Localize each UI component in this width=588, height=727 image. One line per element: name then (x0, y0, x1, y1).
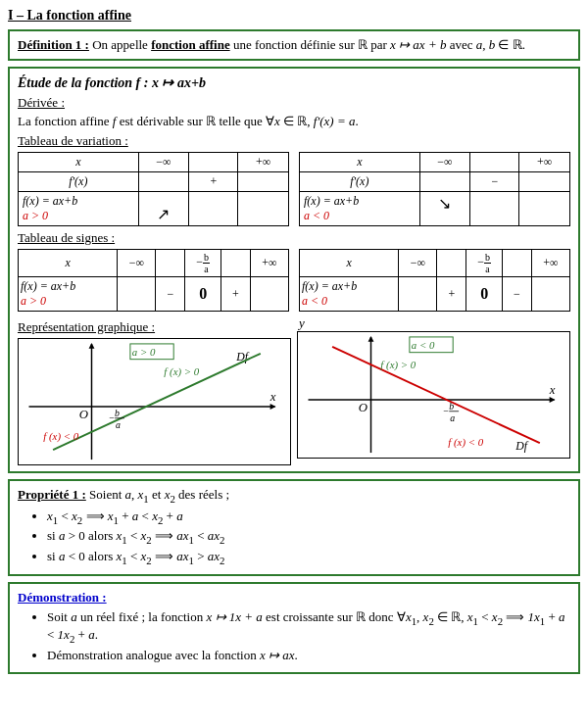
svg-text:a < 0: a < 0 (412, 339, 435, 351)
svg-line-23 (332, 347, 540, 443)
variation-table-positive: x −∞ +∞ f'(x) + f(x) = ax+b a > 0 ↗ (18, 152, 289, 226)
main-study-box: Étude de la fonction f : x ↦ ax+b Dérivé… (8, 67, 580, 473)
svg-marker-17 (368, 336, 374, 342)
svg-text:f (x) > 0: f (x) > 0 (380, 359, 416, 371)
svg-text:Df: Df (514, 439, 529, 453)
section-title: I – La fonction affine (8, 8, 580, 24)
property-item-1: x1 < x2 ⟹ x1 + a < x2 + a (47, 509, 570, 526)
sign-title: Tableau de signes : (18, 230, 570, 246)
svg-text:b: b (449, 401, 454, 412)
svg-text:a: a (116, 419, 121, 430)
sign-table-positive: x −∞ −ba +∞ f(x) = ax+b a > 0 − 0 + (18, 249, 289, 312)
svg-text:a: a (450, 412, 455, 423)
svg-text:f (x) < 0: f (x) < 0 (43, 430, 78, 443)
graph-positive: O x Df f (x) > 0 f (x) < 0 − b a (18, 338, 291, 465)
graph-section: Représentation graphique : O x Df (18, 315, 570, 465)
definition-box: Définition 1 : On appelle fonction affin… (8, 29, 580, 61)
graph-title: Représentation graphique : (18, 319, 291, 335)
svg-text:f (x) > 0: f (x) > 0 (164, 365, 199, 378)
derivative-text: La fonction affine f est dérivable sur ℝ… (18, 114, 570, 129)
svg-text:O: O (359, 401, 368, 414)
svg-text:x: x (270, 390, 276, 404)
sign-tables: x −∞ −ba +∞ f(x) = ax+b a > 0 − 0 + (18, 249, 570, 312)
property-item-3: si a < 0 alors x1 < x2 ⟹ ax1 > ax2 (47, 549, 570, 566)
demonstration-title: Démonstration : (18, 590, 570, 606)
derivative-title: Dérivée : (18, 95, 570, 111)
svg-marker-19 (550, 397, 556, 403)
definition-label: Définition 1 : (18, 37, 92, 52)
graph-positive-svg: O x Df f (x) > 0 f (x) < 0 − b a (19, 339, 290, 464)
derivative-section: Dérivée : La fonction affine f est dériv… (18, 95, 570, 129)
definition-text: On appelle fonction affine une fonction … (92, 37, 525, 52)
svg-text:a > 0: a > 0 (132, 346, 156, 358)
svg-marker-3 (270, 404, 276, 410)
svg-text:b: b (115, 408, 120, 418)
demo-item-2: Démonstration analogue avec la fonction … (47, 648, 570, 663)
demonstration-list: Soit a un réel fixé ; la fonction x ↦ 1x… (18, 609, 570, 662)
svg-line-7 (53, 354, 261, 450)
variation-tables: x −∞ +∞ f'(x) + f(x) = ax+b a > 0 ↗ (18, 152, 570, 226)
svg-marker-1 (89, 343, 95, 349)
property-title: Propriété 1 : Soient a, x1 et x2 des rée… (18, 487, 570, 505)
svg-text:f (x) < 0: f (x) < 0 (448, 436, 483, 449)
y-label: y (297, 315, 570, 331)
graph-negative: O x Df f (x) > 0 f (x) < 0 − b a (297, 331, 570, 459)
svg-text:x: x (549, 383, 556, 397)
property-list: x1 < x2 ⟹ x1 + a < x2 + a si a > 0 alors… (18, 509, 570, 566)
demo-item-1: Soit a un réel fixé ; la fonction x ↦ 1x… (47, 609, 570, 644)
graph-negative-svg: O x Df f (x) > 0 f (x) < 0 − b a (298, 332, 569, 458)
demonstration-box: Démonstration : Soit a un réel fixé ; la… (8, 582, 580, 673)
study-title: Étude de la fonction f : x ↦ ax+b (18, 74, 570, 91)
property-text: Soient a, x1 et x2 des réels ; (89, 487, 229, 502)
property-item-2: si a > 0 alors x1 < x2 ⟹ ax1 < ax2 (47, 528, 570, 546)
property-box: Propriété 1 : Soient a, x1 et x2 des rée… (8, 479, 580, 576)
sign-table-negative: x −∞ −ba +∞ f(x) = ax+b a < 0 + 0 − (299, 249, 570, 312)
variation-title: Tableau de variation : (18, 133, 570, 149)
variation-table-negative: x −∞ +∞ f'(x) − f(x) = ax+b a < 0 ↘ (299, 152, 570, 226)
svg-text:O: O (79, 408, 88, 421)
